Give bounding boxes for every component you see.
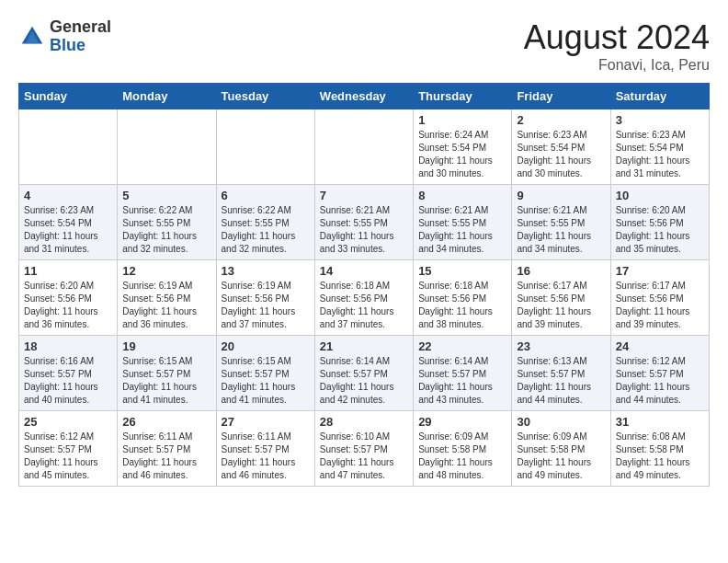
calendar-cell: 17Sunrise: 6:17 AM Sunset: 5:56 PM Dayli… bbox=[610, 260, 709, 336]
day-info: Sunrise: 6:17 AM Sunset: 5:56 PM Dayligh… bbox=[517, 280, 605, 331]
day-number: 24 bbox=[616, 339, 704, 353]
calendar-header-row: SundayMondayTuesdayWednesdayThursdayFrid… bbox=[19, 84, 710, 109]
day-info: Sunrise: 6:20 AM Sunset: 5:56 PM Dayligh… bbox=[616, 204, 704, 256]
calendar-cell bbox=[216, 109, 314, 185]
calendar-cell: 2Sunrise: 6:23 AM Sunset: 5:54 PM Daylig… bbox=[512, 109, 610, 185]
calendar-cell: 22Sunrise: 6:14 AM Sunset: 5:57 PM Dayli… bbox=[414, 336, 512, 411]
calendar-cell: 3Sunrise: 6:23 AM Sunset: 5:54 PM Daylig… bbox=[610, 109, 709, 185]
day-info: Sunrise: 6:18 AM Sunset: 5:56 PM Dayligh… bbox=[418, 280, 506, 331]
day-number: 22 bbox=[418, 339, 506, 353]
day-info: Sunrise: 6:14 AM Sunset: 5:57 PM Dayligh… bbox=[320, 355, 408, 407]
calendar-cell: 19Sunrise: 6:15 AM Sunset: 5:57 PM Dayli… bbox=[118, 336, 216, 411]
logo-icon bbox=[18, 23, 46, 51]
day-number: 2 bbox=[517, 113, 605, 127]
calendar-cell: 1Sunrise: 6:24 AM Sunset: 5:54 PM Daylig… bbox=[414, 109, 512, 185]
calendar-cell: 11Sunrise: 6:20 AM Sunset: 5:56 PM Dayli… bbox=[19, 260, 118, 336]
day-number: 29 bbox=[418, 415, 506, 429]
calendar-week-row: 1Sunrise: 6:24 AM Sunset: 5:54 PM Daylig… bbox=[19, 109, 710, 185]
day-number: 5 bbox=[122, 189, 210, 202]
day-info: Sunrise: 6:16 AM Sunset: 5:57 PM Dayligh… bbox=[24, 355, 112, 407]
calendar-cell: 27Sunrise: 6:11 AM Sunset: 5:57 PM Dayli… bbox=[216, 411, 314, 487]
day-info: Sunrise: 6:19 AM Sunset: 5:56 PM Dayligh… bbox=[222, 280, 310, 331]
day-number: 14 bbox=[320, 264, 408, 278]
calendar-cell: 26Sunrise: 6:11 AM Sunset: 5:57 PM Dayli… bbox=[118, 411, 216, 487]
calendar-week-row: 18Sunrise: 6:16 AM Sunset: 5:57 PM Dayli… bbox=[19, 336, 710, 411]
day-number: 3 bbox=[616, 113, 704, 127]
day-info: Sunrise: 6:12 AM Sunset: 5:57 PM Dayligh… bbox=[616, 355, 704, 407]
day-number: 27 bbox=[222, 415, 310, 429]
month-year-title: August 2024 bbox=[524, 18, 710, 57]
calendar-cell: 14Sunrise: 6:18 AM Sunset: 5:56 PM Dayli… bbox=[314, 260, 413, 336]
calendar-cell: 4Sunrise: 6:23 AM Sunset: 5:54 PM Daylig… bbox=[19, 185, 118, 260]
day-number: 15 bbox=[418, 264, 506, 278]
day-number: 9 bbox=[517, 189, 605, 202]
logo-blue-text: Blue bbox=[50, 37, 111, 55]
day-info: Sunrise: 6:11 AM Sunset: 5:57 PM Dayligh… bbox=[222, 431, 310, 482]
calendar-cell: 9Sunrise: 6:21 AM Sunset: 5:55 PM Daylig… bbox=[512, 185, 610, 260]
day-number: 8 bbox=[418, 189, 506, 202]
day-number: 28 bbox=[320, 415, 408, 429]
calendar-week-row: 25Sunrise: 6:12 AM Sunset: 5:57 PM Dayli… bbox=[19, 411, 710, 487]
day-info: Sunrise: 6:23 AM Sunset: 5:54 PM Dayligh… bbox=[517, 129, 605, 180]
header-monday: Monday bbox=[118, 84, 216, 109]
calendar-cell: 21Sunrise: 6:14 AM Sunset: 5:57 PM Dayli… bbox=[314, 336, 413, 411]
day-number: 13 bbox=[222, 264, 310, 278]
day-number: 21 bbox=[320, 339, 408, 353]
day-info: Sunrise: 6:08 AM Sunset: 5:58 PM Dayligh… bbox=[616, 431, 704, 482]
day-number: 17 bbox=[616, 264, 704, 278]
calendar-cell: 18Sunrise: 6:16 AM Sunset: 5:57 PM Dayli… bbox=[19, 336, 118, 411]
day-info: Sunrise: 6:12 AM Sunset: 5:57 PM Dayligh… bbox=[24, 431, 112, 482]
day-info: Sunrise: 6:09 AM Sunset: 5:58 PM Dayligh… bbox=[418, 431, 506, 482]
day-number: 19 bbox=[122, 339, 210, 353]
day-number: 6 bbox=[222, 189, 310, 202]
day-info: Sunrise: 6:20 AM Sunset: 5:56 PM Dayligh… bbox=[24, 280, 112, 331]
day-info: Sunrise: 6:13 AM Sunset: 5:57 PM Dayligh… bbox=[517, 355, 605, 407]
calendar-cell: 23Sunrise: 6:13 AM Sunset: 5:57 PM Dayli… bbox=[512, 336, 610, 411]
calendar-cell: 15Sunrise: 6:18 AM Sunset: 5:56 PM Dayli… bbox=[414, 260, 512, 336]
day-number: 12 bbox=[122, 264, 210, 278]
header-sunday: Sunday bbox=[19, 84, 118, 109]
day-info: Sunrise: 6:15 AM Sunset: 5:57 PM Dayligh… bbox=[222, 355, 310, 407]
calendar-cell: 24Sunrise: 6:12 AM Sunset: 5:57 PM Dayli… bbox=[610, 336, 709, 411]
day-info: Sunrise: 6:18 AM Sunset: 5:56 PM Dayligh… bbox=[320, 280, 408, 331]
calendar-cell: 20Sunrise: 6:15 AM Sunset: 5:57 PM Dayli… bbox=[216, 336, 314, 411]
day-number: 7 bbox=[320, 189, 408, 202]
calendar-table: SundayMondayTuesdayWednesdayThursdayFrid… bbox=[18, 83, 710, 487]
calendar-cell: 31Sunrise: 6:08 AM Sunset: 5:58 PM Dayli… bbox=[610, 411, 709, 487]
day-number: 30 bbox=[517, 415, 605, 429]
calendar-cell: 30Sunrise: 6:09 AM Sunset: 5:58 PM Dayli… bbox=[512, 411, 610, 487]
calendar-cell bbox=[118, 109, 216, 185]
day-info: Sunrise: 6:15 AM Sunset: 5:57 PM Dayligh… bbox=[122, 355, 210, 407]
day-info: Sunrise: 6:11 AM Sunset: 5:57 PM Dayligh… bbox=[122, 431, 210, 482]
header-thursday: Thursday bbox=[414, 84, 512, 109]
day-info: Sunrise: 6:22 AM Sunset: 5:55 PM Dayligh… bbox=[122, 204, 210, 256]
calendar-cell: 29Sunrise: 6:09 AM Sunset: 5:58 PM Dayli… bbox=[414, 411, 512, 487]
day-number: 10 bbox=[616, 189, 704, 202]
calendar-cell: 8Sunrise: 6:21 AM Sunset: 5:55 PM Daylig… bbox=[414, 185, 512, 260]
title-section: August 2024 Fonavi, Ica, Peru bbox=[524, 18, 710, 74]
day-number: 16 bbox=[517, 264, 605, 278]
calendar-cell: 25Sunrise: 6:12 AM Sunset: 5:57 PM Dayli… bbox=[19, 411, 118, 487]
calendar-cell: 12Sunrise: 6:19 AM Sunset: 5:56 PM Dayli… bbox=[118, 260, 216, 336]
day-info: Sunrise: 6:23 AM Sunset: 5:54 PM Dayligh… bbox=[616, 129, 704, 180]
header-tuesday: Tuesday bbox=[216, 84, 314, 109]
calendar-cell: 5Sunrise: 6:22 AM Sunset: 5:55 PM Daylig… bbox=[118, 185, 216, 260]
day-number: 18 bbox=[24, 339, 112, 353]
day-info: Sunrise: 6:14 AM Sunset: 5:57 PM Dayligh… bbox=[418, 355, 506, 407]
day-info: Sunrise: 6:21 AM Sunset: 5:55 PM Dayligh… bbox=[320, 204, 408, 256]
calendar-cell: 7Sunrise: 6:21 AM Sunset: 5:55 PM Daylig… bbox=[314, 185, 413, 260]
day-info: Sunrise: 6:19 AM Sunset: 5:56 PM Dayligh… bbox=[122, 280, 210, 331]
calendar-cell: 6Sunrise: 6:22 AM Sunset: 5:55 PM Daylig… bbox=[216, 185, 314, 260]
header-saturday: Saturday bbox=[610, 84, 709, 109]
day-number: 23 bbox=[517, 339, 605, 353]
calendar-cell: 10Sunrise: 6:20 AM Sunset: 5:56 PM Dayli… bbox=[610, 185, 709, 260]
calendar-cell bbox=[19, 109, 118, 185]
header-friday: Friday bbox=[512, 84, 610, 109]
day-number: 11 bbox=[24, 264, 112, 278]
page-header: General Blue August 2024 Fonavi, Ica, Pe… bbox=[18, 18, 710, 74]
day-info: Sunrise: 6:21 AM Sunset: 5:55 PM Dayligh… bbox=[517, 204, 605, 256]
day-info: Sunrise: 6:22 AM Sunset: 5:55 PM Dayligh… bbox=[222, 204, 310, 256]
day-info: Sunrise: 6:23 AM Sunset: 5:54 PM Dayligh… bbox=[24, 204, 112, 256]
calendar-cell: 13Sunrise: 6:19 AM Sunset: 5:56 PM Dayli… bbox=[216, 260, 314, 336]
calendar-cell bbox=[314, 109, 413, 185]
